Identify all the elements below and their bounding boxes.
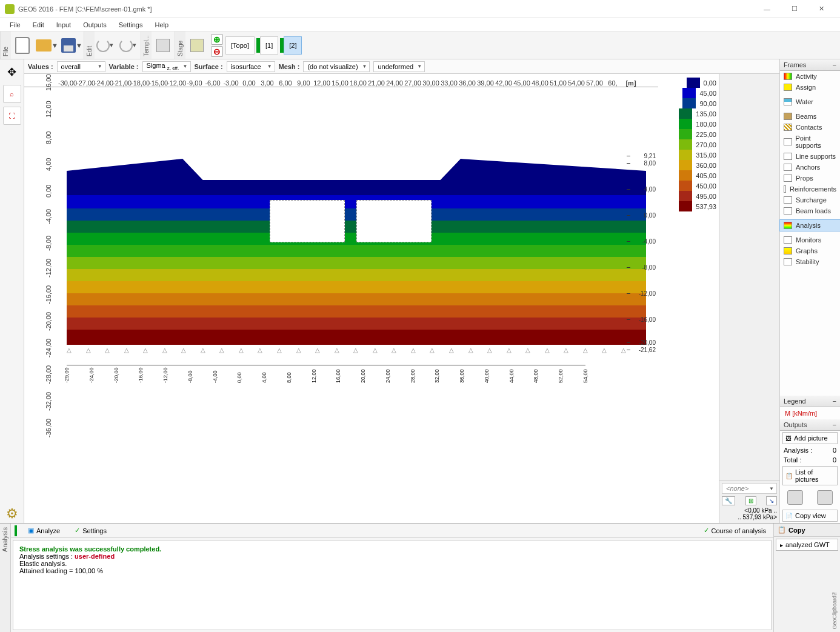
plus-square-button[interactable]: ⊞ <box>745 496 756 505</box>
fit-view-icon: ⛶ <box>8 112 15 119</box>
frame-item-label: Beams <box>796 113 816 120</box>
frame-item-icon <box>784 164 792 171</box>
analysis-settings-button[interactable]: ✓Settings <box>71 525 110 536</box>
frame-item-analysis[interactable]: Analysis <box>779 219 840 231</box>
stage-manager-button[interactable] <box>187 34 207 57</box>
title-bar: GEO5 2016 - FEM [C:\FEM\screen-01.gmk *]… <box>0 0 840 18</box>
frame-item-icon <box>784 258 792 265</box>
canvas-column: Values : overall Variable : Sigma z, eff… <box>24 59 779 523</box>
stage-icon <box>190 39 204 52</box>
menu-edit[interactable]: Edit <box>27 20 50 30</box>
drawing-canvas[interactable]: -30,00-27,00-24,00-21,00-18,00-15,00-12,… <box>24 74 658 523</box>
save-file-button[interactable]: ▼ <box>61 34 82 57</box>
maximize-button[interactable]: ☐ <box>781 1 808 18</box>
left-tool-strip: ✥ ⌕ ⛶ ⚙ <box>0 59 24 523</box>
variable-label: Variable : <box>109 63 139 70</box>
frame-item-icon <box>784 175 792 182</box>
surface-select[interactable]: isosurface <box>227 61 275 72</box>
redo-icon <box>119 39 133 52</box>
collapse-icon[interactable]: − <box>833 397 836 405</box>
list-pictures-label: List of pictures <box>795 468 835 483</box>
list-pictures-button[interactable]: 📋 List of pictures <box>782 466 838 485</box>
entity-select[interactable]: <none> <box>722 483 777 494</box>
range-lo: <0,00 kPa .. <box>722 507 777 514</box>
print-button-2[interactable] <box>817 490 833 505</box>
frame-item-label: Stability <box>796 258 819 265</box>
bottom-axis: -29,00-24,00-20,00-16,00-12,00-8,00-4,00… <box>67 365 585 389</box>
new-file-button[interactable] <box>12 34 33 57</box>
copy-analyzed-gwt-button[interactable]: ▸ analyzed GWT <box>776 539 838 551</box>
stage-tab-topo[interactable]: [Topo] <box>225 36 255 55</box>
stage-tab-2[interactable]: [2] <box>284 36 302 55</box>
frame-item-reinforcements[interactable]: Reinforcements <box>780 184 840 195</box>
frame-item-label: Contacts <box>796 124 822 131</box>
open-file-button[interactable]: ▼ <box>35 34 58 57</box>
settings-gear-button[interactable]: ⚙ <box>3 505 21 523</box>
values-select[interactable]: overall <box>57 61 105 72</box>
zoom-window-icon: ⌕ <box>10 90 14 98</box>
frame-item-contacts[interactable]: Contacts <box>780 122 840 133</box>
course-of-analysis-button[interactable]: ✓Course of analysis <box>700 525 770 536</box>
frame-item-point-supports[interactable]: Point supports <box>780 133 840 151</box>
wrench-button[interactable]: 🔧 <box>722 496 735 505</box>
frame-item-assign[interactable]: Assign <box>780 82 840 93</box>
frame-item-beam-loads[interactable]: Beam loads <box>780 205 840 216</box>
analyze-button[interactable]: ▣Analyze <box>24 525 64 536</box>
main-area: ✥ ⌕ ⛶ ⚙ Values : overall Variable : Sigm… <box>0 59 840 523</box>
values-select-value: overall <box>61 63 81 70</box>
frame-item-surcharge[interactable]: Surcharge <box>780 195 840 205</box>
templ-group-label: Templ... <box>141 32 152 59</box>
undo-button[interactable]: ▾ <box>96 34 116 57</box>
gear-icon: ⚙ <box>6 506 18 522</box>
analysis-status-bar <box>15 525 17 536</box>
stage-tab-1[interactable]: [1] <box>260 36 278 55</box>
close-button[interactable]: ✕ <box>808 1 835 18</box>
frames-header: Frames − <box>780 59 840 71</box>
remove-stage-button[interactable]: ⊖ <box>211 46 223 57</box>
zoom-window-button[interactable]: ⌕ <box>3 85 21 103</box>
stage-tabs: [Topo] [1] [2] <box>225 32 301 59</box>
frame-item-stability[interactable]: Stability <box>780 256 840 267</box>
frame-item-label: Activity <box>796 73 817 80</box>
collapse-icon[interactable]: − <box>833 421 836 428</box>
frame-item-icon <box>784 247 792 254</box>
frame-item-label: Analysis <box>796 222 821 229</box>
copy-view-button[interactable]: 📄 Copy view <box>782 510 838 522</box>
frames-list: ActivityAssignWaterBeamsContactsPoint su… <box>780 71 840 267</box>
menu-settings[interactable]: Settings <box>113 20 149 30</box>
template-button[interactable] <box>153 34 173 57</box>
collapse-icon[interactable]: − <box>833 61 836 68</box>
edit-group-label: Edit <box>84 32 95 59</box>
outputs-analysis-row: Analysis :0 <box>780 445 840 455</box>
outputs-title: Outputs <box>784 421 807 428</box>
variable-select[interactable]: Sigma z, eff. <box>142 61 191 72</box>
stage-tab-2-label: [2] <box>289 42 296 49</box>
redo-button[interactable]: ▾ <box>119 34 139 57</box>
menu-outputs[interactable]: Outputs <box>77 20 113 30</box>
frame-item-label: Anchors <box>796 164 820 171</box>
frame-item-monitors[interactable]: Monitors <box>780 235 840 245</box>
menu-input[interactable]: Input <box>50 20 77 30</box>
frame-item-beams[interactable]: Beams <box>780 111 840 122</box>
reset-arrow-button[interactable]: ↘ <box>766 496 777 505</box>
print-button-1[interactable] <box>787 490 803 505</box>
deform-select[interactable]: undeformed <box>373 61 425 72</box>
play-icon: ▣ <box>28 527 34 534</box>
fit-view-button[interactable]: ⛶ <box>3 107 21 125</box>
add-picture-button[interactable]: 🖼 Add picture <box>782 432 838 444</box>
minimize-button[interactable]: — <box>753 1 781 18</box>
copy-panel: 📋 Copy ▸ analyzed GWT GeoClipboard™ <box>773 524 840 632</box>
frame-item-graphs[interactable]: Graphs <box>780 245 840 256</box>
frame-item-water[interactable]: Water <box>780 96 840 107</box>
frame-item-anchors[interactable]: Anchors <box>780 162 840 173</box>
add-stage-button[interactable]: ⊕ <box>211 34 223 45</box>
frame-item-activity[interactable]: Activity <box>780 71 840 82</box>
pan-tool-button[interactable]: ✥ <box>3 63 21 81</box>
menu-help[interactable]: Help <box>148 20 175 30</box>
menu-file[interactable]: File <box>4 20 27 30</box>
frame-item-line-supports[interactable]: Line supports <box>780 151 840 162</box>
analysis-side-label: Analysis <box>0 524 11 632</box>
mesh-select[interactable]: (do not visualize) <box>303 61 370 72</box>
app-icon <box>5 4 15 14</box>
frame-item-props[interactable]: Props <box>780 173 840 184</box>
